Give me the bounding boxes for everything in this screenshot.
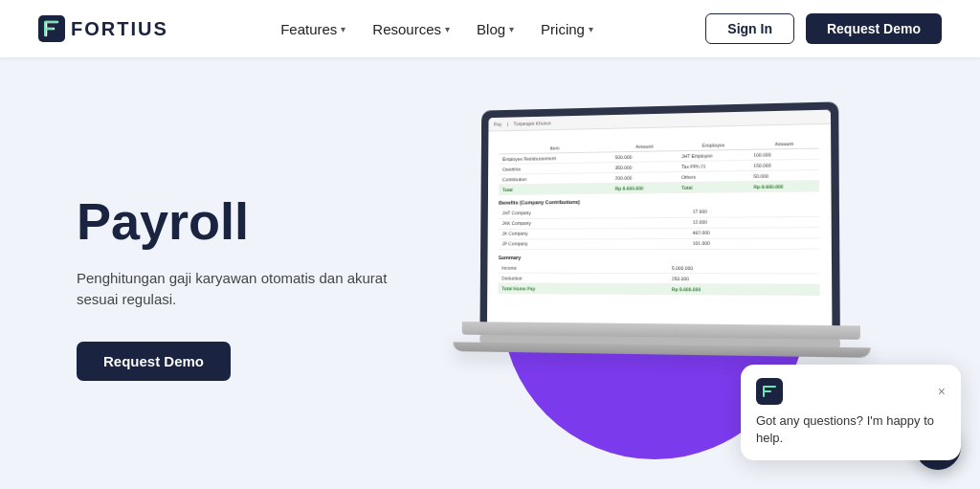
logo-icon	[38, 15, 65, 42]
request-demo-hero-button[interactable]: Request Demo	[77, 342, 231, 381]
screen-content: Item Amount Employee Amount Employee Rei…	[487, 128, 832, 306]
nav-blog[interactable]: Blog ▾	[477, 21, 514, 37]
chat-logo-icon	[756, 378, 783, 405]
navbar-links: Features ▾ Resources ▾ Blog ▾ Pricing ▾	[280, 21, 593, 37]
logo[interactable]: FORTIUS	[38, 15, 168, 42]
request-demo-nav-button[interactable]: Request Demo	[806, 13, 942, 44]
screen-section-summary: Summary	[499, 255, 820, 262]
laptop-mockup: Pay | Tunjangan Khusus Item Amount Emplo…	[444, 100, 911, 358]
total-row: Total Home Pay Rp 8.600.000	[498, 283, 819, 296]
chat-close-button[interactable]: ×	[938, 384, 946, 399]
hero-content: Payroll Penghitungan gaji karyawan otoma…	[77, 193, 406, 380]
chat-message: Got any questions? I'm happy to help.	[756, 412, 946, 447]
hero-subtitle: Penghitungan gaji karyawan otomatis dan …	[77, 268, 406, 311]
navbar: FORTIUS Features ▾ Resources ▾ Blog ▾ Pr…	[0, 0, 980, 57]
table-row: Income 5.000.000	[499, 263, 820, 274]
nav-features[interactable]: Features ▾	[280, 21, 345, 37]
payroll-table-1: Item Amount Employee Amount Employee Rei…	[499, 138, 819, 195]
payroll-table-2: JHT Company 17.900 JKK Company 12.000 JK…	[499, 206, 820, 250]
hero-title: Payroll	[77, 193, 406, 250]
navbar-logo-area: FORTIUS	[38, 15, 168, 42]
chevron-down-icon: ▾	[509, 24, 514, 34]
chevron-down-icon: ▾	[445, 24, 450, 34]
chat-widget: × Got any questions? I'm happy to help.	[741, 365, 961, 460]
payroll-table-3: Income 5.000.000 Deduction 250.000 Total…	[498, 263, 819, 296]
chat-header: ×	[756, 378, 946, 405]
nav-resources[interactable]: Resources ▾	[372, 21, 450, 37]
laptop: Pay | Tunjangan Khusus Item Amount Emplo…	[444, 100, 880, 358]
table-row: JP Company 101.000	[499, 238, 820, 250]
signin-button[interactable]: Sign In	[705, 13, 794, 44]
nav-pricing[interactable]: Pricing ▾	[541, 21, 593, 37]
brand-icon-small	[761, 383, 778, 400]
navbar-actions: Sign In Request Demo	[705, 13, 942, 44]
chevron-down-icon: ▾	[589, 24, 593, 34]
chevron-down-icon: ▾	[341, 24, 345, 34]
screen-section-benefits: Benefits (Company Contributions)	[499, 196, 819, 207]
laptop-screen-inner: Pay | Tunjangan Khusus Item Amount Emplo…	[487, 110, 832, 325]
laptop-screen-outer: Pay | Tunjangan Khusus Item Amount Emplo…	[480, 101, 840, 325]
brand-name: FORTIUS	[71, 18, 168, 40]
